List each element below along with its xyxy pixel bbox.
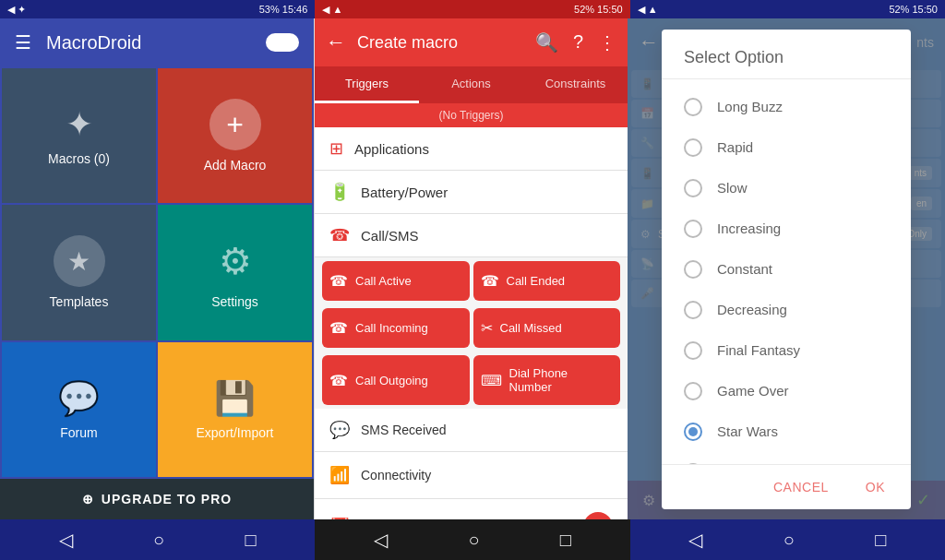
radio-rapid — [684, 138, 702, 157]
option-game-over[interactable]: Game Over — [662, 371, 911, 411]
panel2-title: Create macro — [357, 33, 524, 53]
sms-icon: 💬 — [329, 420, 350, 440]
back-nav-btn1[interactable]: ◁ — [48, 525, 84, 554]
more-options-icon[interactable]: ⋮ — [594, 28, 620, 57]
tile-add-macro-label: Add Macro — [204, 158, 267, 173]
status-time1: 53% 15:46 — [259, 4, 308, 15]
upgrade-icon: ⊕ — [82, 492, 94, 506]
option-constant-label: Constant — [717, 261, 772, 277]
status-bar-panel3: ◀ ▲ 52% 15:50 — [630, 0, 945, 18]
connectivity-label: Connectivity — [361, 468, 431, 483]
hamburger-icon[interactable]: ☰ — [15, 31, 31, 54]
add-circle-icon: + — [209, 99, 261, 150]
tab-triggers[interactable]: Triggers — [315, 66, 419, 103]
tile-templates[interactable]: ★ Templates — [2, 205, 156, 340]
option-slow-label: Slow — [717, 180, 748, 196]
back-nav-btn2[interactable]: ◁ — [363, 525, 399, 554]
connectivity-item[interactable]: 📶 Connectivity — [315, 452, 628, 499]
home-nav-btn1[interactable]: ○ — [142, 526, 175, 554]
recent-nav-btn1[interactable]: □ — [234, 526, 268, 554]
tile-export-import[interactable]: 💾 Export/Import — [158, 342, 312, 477]
call-buttons-row3: ☎ Call Outgoing ⌨ Dial Phone Number — [315, 351, 628, 409]
upgrade-label: UPGRADE TO PRO — [102, 492, 232, 506]
radio-final-fantasy — [684, 341, 702, 360]
call-ended-btn[interactable]: ☎ Call Ended — [473, 261, 621, 301]
dial-phone-icon: ⌨ — [481, 372, 502, 389]
ok-button[interactable]: OK — [851, 472, 900, 502]
macros-icon: ✦ — [66, 105, 93, 144]
option-mini-blip[interactable]: Mini Blip — [662, 452, 911, 464]
back-button[interactable]: ← — [322, 27, 350, 58]
dial-phone-label: Dial Phone Number — [509, 366, 614, 394]
tab-bar: Triggers Actions Constraints — [315, 66, 628, 103]
home-nav-btn3[interactable]: ○ — [772, 526, 806, 554]
radio-increasing — [684, 220, 702, 238]
option-increasing-label: Increasing — [717, 220, 781, 236]
tile-add-macro[interactable]: + Add Macro — [158, 68, 312, 203]
call-incoming-icon: ☎ — [329, 319, 348, 337]
recent-nav-btn2[interactable]: □ — [549, 526, 582, 554]
call-sms-label: Call/SMS — [361, 228, 419, 244]
call-active-icon: ☎ — [329, 272, 348, 290]
option-final-fantasy[interactable]: Final Fantasy — [662, 330, 911, 371]
call-incoming-label: Call Incoming — [355, 321, 428, 335]
battery-icon: 🔋 — [329, 182, 350, 202]
option-slow[interactable]: Slow — [662, 168, 911, 209]
panel2-header: ← Create macro 🔍 ? ⋮ — [315, 18, 628, 66]
option-long-buzz[interactable]: Long Buzz — [662, 87, 911, 127]
status-icons-left1: ◀ ✦ — [7, 4, 26, 16]
dialog-actions: CANCEL OK — [662, 464, 911, 509]
tile-forum-label: Forum — [60, 425, 97, 440]
section-call-sms[interactable]: ☎ Call/SMS — [315, 214, 628, 257]
dialog-title: Select Option — [662, 30, 911, 79]
home-nav-btn2[interactable]: ○ — [457, 526, 490, 554]
recent-nav-btn3[interactable]: □ — [864, 526, 897, 554]
dialog-overlay: Select Option Long Buzz Rapid Slow — [628, 18, 945, 519]
tile-macros[interactable]: ✦ Macros (0) — [2, 68, 156, 203]
bottom-nav-panel3: ◁ ○ □ — [630, 519, 945, 560]
radio-decreasing — [684, 301, 702, 319]
option-increasing[interactable]: Increasing — [662, 209, 911, 249]
radio-long-buzz — [684, 98, 702, 116]
gear-icon: ⚙ — [209, 235, 261, 287]
upgrade-bar[interactable]: ⊕ UPGRADE TO PRO — [0, 479, 314, 519]
call-ended-label: Call Ended — [507, 274, 566, 288]
tile-export-label: Export/Import — [196, 425, 273, 440]
status-icons-left2: ◀ ▲ — [322, 4, 342, 16]
no-triggers-bar: (No Triggers) — [315, 103, 628, 127]
option-final-fantasy-label: Final Fantasy — [717, 342, 800, 358]
tab-actions[interactable]: Actions — [419, 66, 523, 103]
tile-forum[interactable]: 💬 Forum — [2, 342, 156, 477]
macrodroid-panel: ☰ MacroDroid ✦ Macros (0) + Add Macro ★ … — [0, 18, 314, 519]
option-constant[interactable]: Constant — [662, 249, 911, 290]
call-incoming-btn[interactable]: ☎ Call Incoming — [322, 308, 470, 348]
status-bar-panel2: ◀ ▲ 52% 15:50 — [315, 0, 629, 18]
bottom-nav: ◁ ○ □ ◁ ○ □ ◁ ○ □ — [0, 519, 945, 560]
main-toggle[interactable] — [266, 33, 299, 52]
tile-settings-label: Settings — [211, 294, 258, 309]
option-decreasing[interactable]: Decreasing — [662, 290, 911, 330]
option-rapid-label: Rapid — [717, 139, 753, 155]
call-missed-icon: ✂ — [481, 319, 493, 337]
option-decreasing-label: Decreasing — [717, 302, 787, 317]
forum-icon: 💬 — [58, 379, 100, 418]
section-applications[interactable]: ⊞ Applications — [315, 127, 628, 171]
radio-game-over — [684, 382, 702, 400]
tile-settings[interactable]: ⚙ Settings — [158, 205, 312, 340]
dial-phone-btn[interactable]: ⌨ Dial Phone Number — [473, 355, 621, 405]
section-battery[interactable]: 🔋 Battery/Power — [315, 171, 628, 214]
search-icon[interactable]: 🔍 — [532, 28, 562, 57]
option-star-wars[interactable]: Star Wars — [662, 411, 911, 452]
call-active-btn[interactable]: ☎ Call Active — [322, 261, 470, 301]
datetime-item[interactable]: 📅 Date/Time ✓ — [315, 499, 628, 519]
help-icon[interactable]: ? — [569, 28, 587, 57]
call-outgoing-btn[interactable]: ☎ Call Outgoing — [322, 355, 470, 405]
cancel-button[interactable]: CANCEL — [759, 472, 843, 502]
sms-received-item[interactable]: 💬 SMS Received — [315, 409, 628, 452]
option-rapid[interactable]: Rapid — [662, 127, 911, 168]
back-nav-btn3[interactable]: ◁ — [677, 525, 713, 554]
call-missed-btn[interactable]: ✂ Call Missed — [473, 308, 621, 348]
app-title: MacroDroid — [46, 32, 251, 54]
tab-constraints[interactable]: Constraints — [523, 66, 628, 103]
radio-slow — [684, 179, 702, 197]
